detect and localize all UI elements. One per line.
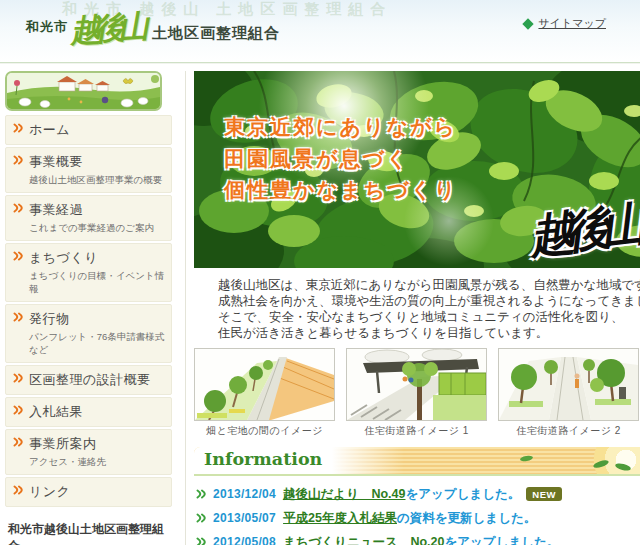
information-section: Information 2013/12/04 越後山だより No.49をアップし… (194, 447, 640, 545)
chevron-right-icon (13, 373, 23, 383)
hero-catch-line-3: 個性豊かなまちづくり (224, 174, 457, 206)
gallery-thumbnail-street1-image (346, 348, 487, 421)
news-date: 2012/05/08 (213, 535, 276, 545)
gallery-caption: 住宅街道路イメージ 1 (346, 424, 487, 438)
news-row: 2013/12/04 越後山だより No.49をアップしました。NEW (196, 482, 640, 506)
news-rest-text: の資料を更新しました。 (397, 511, 536, 525)
sidebar-item-office-info[interactable]: 事業所案内 アクセス・連絡先 (5, 429, 172, 475)
intro-line-4: 住民が活き活きと暮らせるまちづくりを目指しています。 (218, 325, 640, 341)
chevron-right-icon (13, 123, 23, 133)
sidebar-item-label: 区画整理の設計概要 (29, 371, 151, 389)
sidebar-item-design-overview[interactable]: 区画整理の設計概要 (5, 365, 172, 395)
sidebar-item-business-progress[interactable]: 事業経過 これまでの事業経過のご案内 (5, 195, 172, 241)
sidebar-item-machizukuri[interactable]: まちづくり まちづくりの目標・イベント情報 (5, 243, 172, 302)
sidebar-item-label: 事業概要 (29, 153, 162, 171)
sidebar: ホーム 事業概要 越後山土地区画整理事業の概要 事業経過 これまでの事業経過のご… (5, 71, 186, 545)
information-banner: Information (194, 447, 640, 476)
news-row: 2013/05/07 平成25年度入札結果の資料を更新しました。 (196, 506, 640, 530)
gallery-item: 畑と宅地の間のイメージ (194, 348, 335, 438)
gallery-thumbnail-field-image (194, 348, 335, 421)
news-rest-text: をアップしました。 (405, 487, 520, 501)
sidebar-item-label: まちづくり (29, 249, 167, 267)
hero-image: 東京近郊にありながら 田園風景が息づく 個性豊かなまちづくり 越後山 (194, 71, 640, 268)
news-list: 2013/12/04 越後山だより No.49をアップしました。NEW 2013… (194, 476, 640, 545)
news-row: 2012/05/08 まちづくりニュース No.20をアップしました。 (196, 530, 640, 545)
news-rest-text: をアップしました。 (444, 535, 559, 545)
news-date: 2013/05/07 (213, 511, 276, 525)
logo-city-text: 和光市 (26, 18, 68, 36)
gallery-caption: 住宅街道路イメージ 2 (498, 424, 639, 438)
news-date: 2013/12/04 (213, 487, 276, 501)
contact-info: 和光市越後山土地区画整理組合 〒351-0104 埼玉県和光市南一丁目20-34… (5, 521, 172, 545)
sidebar-item-label: 事業所案内 (29, 435, 106, 453)
logo-org-text: 土地区画整理組合 (152, 24, 280, 43)
site-logo[interactable]: 和光市 越後山 土地区画整理組合 (26, 8, 280, 52)
information-title: Information (204, 449, 322, 469)
sidebar-item-bid-results[interactable]: 入札結果 (5, 397, 172, 427)
hero-catchphrase: 東京近郊にありながら 田園風景が息づく 個性豊かなまちづくり (224, 111, 457, 206)
chevron-right-icon (13, 485, 23, 495)
sidebar-item-links[interactable]: リンク (5, 477, 172, 507)
chevron-right-icon (13, 405, 23, 415)
intro-line-1: 越後山地区は、東京近郊にありながら田園風景が残る、自然豊かな地域です。 (218, 277, 640, 293)
gallery-item: 住宅街道路イメージ 1 (346, 348, 487, 438)
chevron-right-icon (196, 512, 206, 526)
sidebar-item-label: 入札結果 (29, 403, 83, 421)
sidebar-item-business-overview[interactable]: 事業概要 越後山土地区画整理事業の概要 (5, 147, 172, 193)
sidebar-item-publications[interactable]: 発行物 パンフレット・76条申請書様式など (5, 304, 172, 363)
intro-line-2: 成熟社会を向かえ、環境や生活の質の向上が重視されるようになってきました。 (218, 293, 640, 309)
site-header: 和光市 越後山 土地区画整理組合 和光市 越後山 土地区画整理組合 サイトマップ (0, 0, 640, 63)
sidebar-item-sublabel: 越後山土地区画整理事業の概要 (29, 174, 162, 187)
intro-line-3: そこで、安全・安心なまちづくりと地域コミュニティの活性化を図り、 (218, 309, 640, 325)
sidebar-illustration (5, 71, 162, 111)
chevron-right-icon (13, 312, 23, 322)
sidebar-item-sublabel: アクセス・連絡先 (29, 456, 106, 469)
chevron-right-icon (13, 437, 23, 447)
sidebar-item-label: ホーム (29, 121, 70, 139)
sitemap-label: サイトマップ (538, 16, 606, 31)
chevron-right-icon (13, 251, 23, 261)
hero-calligraphy-logo: 越後山 (526, 194, 640, 268)
image-gallery: 畑と宅地の間のイメージ (194, 348, 640, 438)
sidebar-item-sublabel: これまでの事業経過のご案内 (29, 222, 154, 235)
sitemap-link[interactable]: サイトマップ (524, 16, 606, 31)
chevron-right-icon (13, 203, 23, 213)
sidebar-item-label: 発行物 (29, 310, 167, 328)
diamond-icon (523, 18, 534, 29)
village-illustration-image (7, 73, 160, 109)
news-link[interactable]: 平成25年度入札結果 (283, 511, 397, 525)
contact-org-name: 和光市越後山土地区画整理組合 (8, 521, 172, 545)
intro-paragraph: 越後山地区は、東京近郊にありながら田園風景が残る、自然豊かな地域です。 成熟社会… (218, 277, 640, 341)
chevron-right-icon (196, 488, 206, 502)
new-badge: NEW (526, 487, 562, 501)
news-link[interactable]: 越後山だより No.49 (283, 487, 405, 501)
sidebar-item-sublabel: パンフレット・76条申請書様式など (29, 331, 167, 357)
sidebar-item-label: 事業経過 (29, 201, 154, 219)
gallery-thumbnail-street2-image (498, 348, 639, 421)
chevron-right-icon (196, 536, 206, 545)
page: 和光市 越後山 土地区画整理組合 和光市 越後山 土地区画整理組合 サイトマップ (0, 0, 640, 545)
hero-catch-line-2: 田園風景が息づく (224, 143, 457, 175)
chevron-right-icon (13, 155, 23, 165)
gallery-caption: 畑と宅地の間のイメージ (194, 424, 335, 438)
news-link[interactable]: まちづくりニュース No.20 (283, 535, 444, 545)
sidebar-item-label: リンク (29, 483, 70, 501)
hero-catch-line-1: 東京近郊にありながら (224, 111, 457, 143)
sidebar-item-home[interactable]: ホーム (5, 115, 172, 145)
main-content: 東京近郊にありながら 田園風景が息づく 個性豊かなまちづくり 越後山 越後山地区… (194, 71, 640, 545)
gallery-item: 住宅街道路イメージ 2 (498, 348, 639, 438)
sidebar-item-sublabel: まちづくりの目標・イベント情報 (29, 270, 167, 296)
logo-calligraphy-text: 越後山 (69, 6, 144, 53)
